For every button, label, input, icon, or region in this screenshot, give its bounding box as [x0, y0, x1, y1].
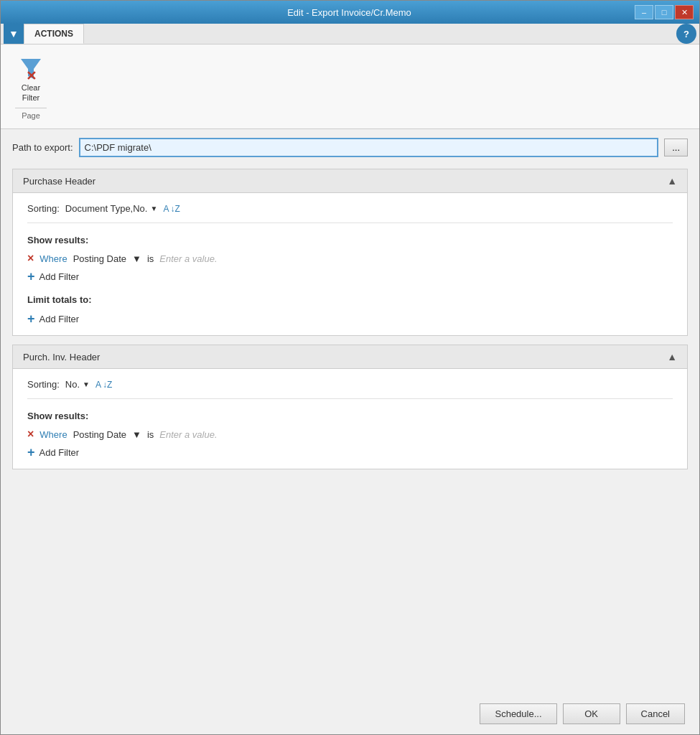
sort-value-purch-inv: No. — [65, 379, 80, 390]
schedule-button[interactable]: Schedule... — [480, 703, 556, 724]
section-header-purch-inv: Purch. Inv. Header ▲ — [13, 345, 687, 369]
minimize-button[interactable]: – — [635, 5, 653, 19]
section-purchase-header: Purchase Header ▲ Sorting: Document Type… — [12, 169, 688, 336]
add-filter-label-purchase-limit: Add Filter — [39, 314, 80, 324]
filter-op-dropdown-purchase-0[interactable]: ▼ — [132, 253, 141, 264]
section-body-purchase: Sorting: Document Type,No. ▼ A↓Z Show re… — [13, 193, 687, 335]
section-title-purchase: Purchase Header — [23, 176, 95, 187]
main-window: Edit - Export Invoice/Cr.Memo – □ ✕ ▼ AC… — [0, 0, 700, 735]
sort-az-icon-purch-inv[interactable]: A↓Z — [95, 380, 112, 390]
clear-filter-icon: ✕ — [18, 56, 44, 82]
sorting-label-purchase: Sorting: — [27, 203, 60, 214]
maximize-button[interactable]: □ — [655, 5, 673, 19]
filter-op-dropdown-purch-inv-0[interactable]: ▼ — [132, 429, 141, 440]
sort-dropdown-purch-inv[interactable]: No. ▼ — [65, 379, 90, 390]
filter-row-purch-inv-0: × Where Posting Date ▼ is Enter a value. — [27, 429, 673, 440]
show-results-label-purchase: Show results: — [27, 235, 673, 245]
path-row: Path to export: ... — [12, 138, 688, 157]
tab-actions[interactable]: ACTIONS — [24, 24, 84, 44]
sorting-row-purchase: Sorting: Document Type,No. ▼ A↓Z — [27, 203, 673, 223]
page-label: Page — [22, 111, 40, 120]
filter-op-purch-inv-0: ▼ — [132, 429, 141, 440]
filter-is-purch-inv-0: is — [147, 429, 154, 440]
page-separator — [15, 108, 47, 108]
ribbon: ▼ ACTIONS ? ✕ — [1, 24, 699, 129]
add-filter-plus-purchase-limit: + — [27, 312, 35, 325]
limit-totals-label-purchase: Limit totals to: — [27, 294, 673, 305]
section-collapse-purchase[interactable]: ▲ — [667, 175, 677, 187]
show-results-label-purch-inv: Show results: — [27, 411, 673, 421]
help-button[interactable]: ? — [676, 24, 696, 44]
section-header-purchase: Purchase Header ▲ — [13, 169, 687, 193]
clear-label: Clear — [22, 83, 40, 92]
title-bar: Edit - Export Invoice/Cr.Memo – □ ✕ — [1, 1, 699, 24]
tab-actions-label: ACTIONS — [34, 29, 73, 39]
cancel-button[interactable]: Cancel — [626, 703, 685, 724]
sort-dropdown-arrow-purch-inv: ▼ — [83, 380, 90, 388]
where-link-purch-inv-0[interactable]: Where — [39, 429, 67, 440]
filter-label: Filter — [22, 93, 39, 102]
section-purch-inv-header: Purch. Inv. Header ▲ Sorting: No. ▼ A↓Z … — [12, 345, 688, 469]
svg-text:✕: ✕ — [26, 69, 37, 82]
remove-filter-btn-purch-inv-0[interactable]: × — [27, 429, 34, 440]
sort-value-purchase: Document Type,No. — [65, 203, 148, 214]
sort-dropdown-purchase[interactable]: Document Type,No. ▼ — [65, 203, 158, 214]
filter-field-purch-inv-0: Posting Date — [73, 429, 126, 440]
sorting-label-purch-inv: Sorting: — [27, 379, 60, 390]
ribbon-dropdown-arrow: ▼ — [9, 28, 19, 39]
clear-filter-button[interactable]: ✕ Clear Filter — [15, 53, 47, 105]
path-label: Path to export: — [12, 142, 73, 153]
ribbon-group-filter: ✕ Clear Filter Page — [9, 50, 52, 123]
add-filter-plus-purchase-show: + — [27, 270, 35, 283]
filter-value-purchase-0[interactable]: Enter a value. — [159, 253, 217, 264]
ribbon-tabs: ▼ ACTIONS ? — [1, 24, 699, 45]
remove-filter-btn-purchase-0[interactable]: × — [27, 253, 34, 264]
add-filter-row-purchase-limit[interactable]: + Add Filter — [27, 312, 673, 325]
main-content: Path to export: ... Purchase Header ▲ So… — [1, 129, 699, 693]
add-filter-label-purch-inv-show: Add Filter — [39, 447, 80, 458]
add-filter-row-purch-inv-show[interactable]: + Add Filter — [27, 446, 673, 459]
sort-az-icon-purchase[interactable]: A↓Z — [163, 204, 179, 214]
window-controls: – □ ✕ — [635, 5, 694, 19]
window-title: Edit - Export Invoice/Cr.Memo — [64, 7, 635, 18]
filter-value-purch-inv-0[interactable]: Enter a value. — [159, 429, 217, 440]
add-filter-label-purchase-show: Add Filter — [39, 271, 80, 282]
funnel-svg: ✕ — [18, 56, 44, 82]
filter-is-purchase-0: is — [147, 253, 154, 264]
browse-button[interactable]: ... — [664, 139, 688, 156]
ok-button[interactable]: OK — [563, 703, 620, 724]
help-icon: ? — [683, 29, 689, 39]
ribbon-content: ✕ Clear Filter Page — [1, 45, 699, 128]
close-button[interactable]: ✕ — [675, 5, 694, 19]
footer: Schedule... OK Cancel — [1, 693, 699, 734]
filter-op-purchase-0: ▼ — [132, 253, 141, 264]
add-filter-row-purchase-show[interactable]: + Add Filter — [27, 270, 673, 283]
ribbon-dropdown-button[interactable]: ▼ — [4, 24, 24, 44]
section-collapse-purch-inv[interactable]: ▲ — [667, 351, 677, 362]
add-filter-plus-purch-inv-show: + — [27, 446, 35, 459]
sort-dropdown-arrow-purchase: ▼ — [150, 205, 157, 212]
section-title-purch-inv: Purch. Inv. Header — [23, 352, 100, 362]
path-input[interactable] — [79, 138, 659, 157]
filter-field-purchase-0: Posting Date — [73, 253, 126, 264]
sorting-row-purch-inv: Sorting: No. ▼ A↓Z — [27, 379, 673, 399]
section-body-purch-inv: Sorting: No. ▼ A↓Z Show results: × Where… — [13, 369, 687, 469]
where-link-purchase-0[interactable]: Where — [39, 253, 67, 264]
filter-row-purchase-0: × Where Posting Date ▼ is Enter a value. — [27, 253, 673, 264]
